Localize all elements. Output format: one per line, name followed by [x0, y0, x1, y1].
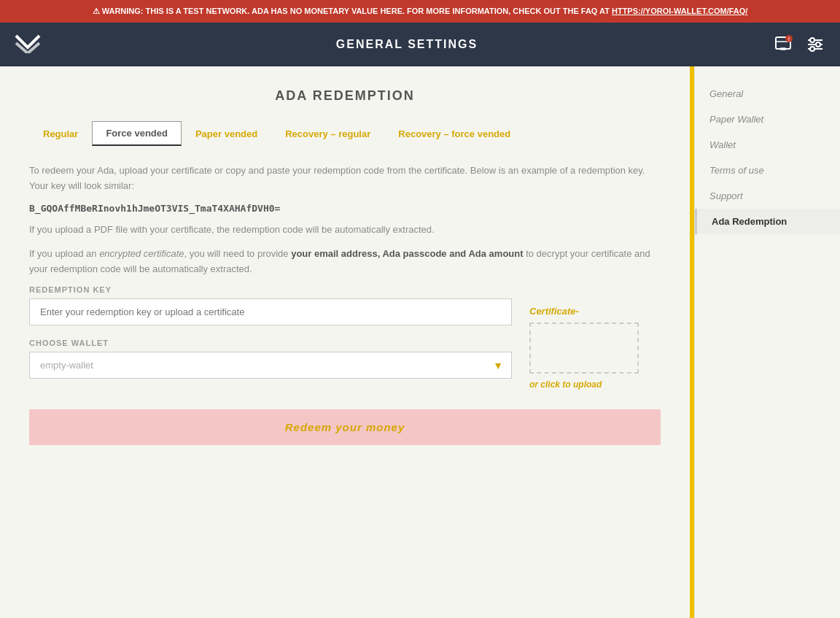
svg-text:!: !: [788, 36, 790, 42]
tab-force-vended[interactable]: Force vended: [92, 121, 182, 146]
wallet-select[interactable]: empty-wallet: [29, 352, 512, 379]
sidebar-item-terms[interactable]: Terms of use: [695, 158, 840, 183]
certificate-upload-area[interactable]: [529, 322, 639, 374]
redeem-button[interactable]: Redeem your money: [29, 409, 661, 445]
content-area: ADA REDEMPTION Regular Force vended Pape…: [0, 66, 690, 618]
form-right: Certificate- or click to upload: [529, 285, 661, 392]
sidebar-item-wallet[interactable]: Wallet: [695, 132, 840, 158]
choose-wallet-group: CHOOSE WALLET empty-wallet ▼: [29, 339, 512, 379]
sidebar-item-paper-wallet[interactable]: Paper Wallet: [695, 107, 840, 132]
redemption-key-label: REDEMPTION KEY: [29, 285, 512, 294]
settings-filter-button[interactable]: [805, 34, 825, 55]
warning-bar: ⚠ WARNING: THIS IS A TEST NETWORK. ADA H…: [0, 0, 840, 23]
description-3: If you upload an encrypted certificate, …: [29, 247, 661, 277]
main-layout: ADA REDEMPTION Regular Force vended Pape…: [0, 66, 840, 618]
example-key: B_GQOAffMBeRInovh1hJmeOT3VIS_TmaT4XAHAfD…: [29, 203, 661, 214]
header-logo: [15, 31, 41, 58]
form-left: REDEMPTION KEY CHOOSE WALLET empty-walle…: [29, 285, 512, 392]
notification-button[interactable]: !: [773, 34, 793, 55]
choose-wallet-label: CHOOSE WALLET: [29, 339, 512, 347]
tab-recovery-regular[interactable]: Recovery – regular: [271, 122, 384, 146]
header-icons: !: [773, 34, 825, 55]
sidebar-item-support[interactable]: Support: [695, 183, 840, 209]
redemption-key-input[interactable]: [29, 298, 512, 325]
header-title: GENERAL SETTINGS: [336, 38, 478, 51]
description-2: If you upload a PDF file with your certi…: [29, 223, 661, 238]
svg-point-9: [816, 42, 820, 47]
tab-recovery-force-vended[interactable]: Recovery – force vended: [384, 122, 524, 146]
wallet-select-wrapper: empty-wallet ▼: [29, 352, 512, 379]
tabs-container: Regular Force vended Paper vended Recove…: [29, 121, 661, 146]
warning-link[interactable]: HTTPS://YOROI-WALLET.COM/FAQ/: [612, 7, 747, 15]
svg-point-8: [810, 38, 814, 42]
sidebar-item-general[interactable]: General: [695, 81, 840, 107]
certificate-label: Certificate-: [529, 306, 579, 317]
tab-regular[interactable]: Regular: [29, 122, 92, 146]
or-click-upload-label: or click to upload: [529, 379, 602, 390]
header: GENERAL SETTINGS !: [0, 23, 840, 66]
svg-rect-2: [780, 47, 786, 50]
svg-point-10: [810, 47, 814, 51]
tab-paper-vended[interactable]: Paper vended: [182, 122, 271, 146]
redemption-key-group: REDEMPTION KEY: [29, 285, 512, 325]
description-1: To redeem your Ada, upload your certific…: [29, 163, 661, 194]
sidebar: General Paper Wallet Wallet Terms of use…: [694, 66, 840, 618]
sidebar-item-ada-redemption[interactable]: Ada Redemption: [695, 209, 840, 234]
warning-text: ⚠ WARNING: THIS IS A TEST NETWORK. ADA H…: [93, 7, 612, 15]
form-area: REDEMPTION KEY CHOOSE WALLET empty-walle…: [29, 285, 661, 392]
page-title: ADA REDEMPTION: [29, 88, 661, 104]
bottom-area: Redeem your money: [29, 409, 661, 445]
